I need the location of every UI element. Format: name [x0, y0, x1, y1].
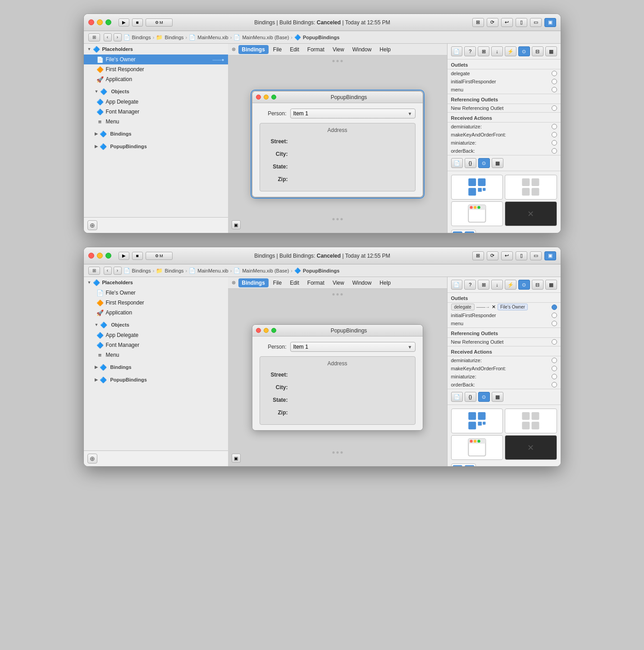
minimize-button-1[interactable] [97, 19, 103, 25]
menu-window-2[interactable]: Window [349, 278, 375, 287]
rt-arrow-btn-1[interactable]: ↓ [491, 46, 503, 56]
thumb-bluetiles-2[interactable] [451, 409, 503, 433]
rt-panel-btn-1[interactable]: ▦ [545, 46, 557, 56]
thumb-windowframe-1[interactable] [451, 201, 503, 226]
menu-bindings-2[interactable]: Bindings [238, 278, 269, 287]
popupbindings-section-header-1[interactable]: ▶ 🔷 PopupBindings [84, 141, 228, 152]
breadcrumb-item-3[interactable]: 📄 MainMenu.xib [189, 34, 228, 41]
thumb-dark-2[interactable]: ✕ [505, 435, 557, 460]
breadcrumb-item-4[interactable]: 📄 MainMenu.xib (Base) [233, 34, 289, 41]
canvas-toggle-btn-1[interactable]: ▣ [232, 220, 241, 229]
filesowner-item-2[interactable]: 📄 File's Owner [84, 288, 228, 298]
rt-braces-btn-1[interactable]: {} [465, 158, 476, 168]
rt-doc2-btn-1[interactable]: 📄 [451, 158, 463, 168]
add-sidebar-btn-2[interactable]: ⊕ [87, 454, 97, 464]
play-button-2[interactable]: ▶ [119, 252, 129, 260]
thumb-graytiles-1[interactable] [505, 175, 557, 200]
grid-view-btn-2[interactable]: ⊞ [88, 267, 100, 275]
delegate-x-btn-2[interactable]: ✕ [492, 304, 496, 310]
breadcrumb-item-2-1[interactable]: 📄 Bindings [123, 268, 151, 274]
scheme-button-2[interactable]: ⚙ M [146, 252, 173, 260]
popup-select-2[interactable]: Item 1 ▼ [290, 342, 416, 352]
outlet-dot-newref-2[interactable] [552, 339, 557, 345]
menu-window-1[interactable]: Window [349, 45, 375, 54]
dot-makekeyorder-1[interactable] [552, 132, 557, 137]
menu-edit-1[interactable]: Edit [286, 45, 303, 54]
popup-select-1[interactable]: Item 1 ▼ [290, 109, 416, 118]
rt-arrow-btn-2[interactable]: ↓ [491, 280, 503, 290]
rt-circle2-btn-2[interactable]: ⊙ [478, 392, 490, 402]
menu-bindings-1[interactable]: Bindings [238, 45, 269, 54]
breadcrumb-item-2-4[interactable]: 📄 MainMenu.xib (Base) [233, 268, 289, 274]
rt-circle-btn-1[interactable]: ⊙ [518, 46, 530, 56]
editor-grid-btn-2[interactable]: ⊞ [472, 251, 484, 260]
outlet-dot-delegate-connected-2[interactable] [552, 305, 557, 310]
menu-help-1[interactable]: Help [376, 45, 394, 54]
menu-edit-2[interactable]: Edit [286, 278, 303, 287]
popup-minimize-2[interactable] [264, 328, 269, 333]
debug-btn-1[interactable]: ⟳ [487, 18, 498, 27]
bindings-section-header-1[interactable]: ▶ 🔷 Bindings [84, 128, 228, 139]
dot-deminiaturize-1[interactable] [552, 124, 557, 129]
rt-circle2-btn-1[interactable]: ⊙ [478, 158, 490, 168]
layout-btn2-2[interactable]: ▭ [530, 251, 542, 260]
canvas-toggle-btn-2[interactable]: ▣ [232, 454, 241, 463]
thumb-bluetiles-1[interactable] [451, 175, 503, 200]
application-item-1[interactable]: 🚀 Application [84, 74, 228, 84]
layout-btn-2[interactable]: ▯ [516, 251, 527, 260]
breadcrumb-item-1[interactable]: 📄 Bindings [123, 34, 151, 41]
rt-panel2-btn-2[interactable]: ▦ [492, 392, 503, 402]
menu-help-2[interactable]: Help [376, 278, 394, 287]
popup-maximize-2[interactable] [271, 328, 276, 333]
rt-doc-btn-1[interactable]: 📄 [451, 46, 463, 56]
dot-deminiaturize-2[interactable] [552, 358, 557, 363]
back-nav-btn-2[interactable]: ‹ [104, 267, 112, 275]
rt-grid-btn-1[interactable]: ⊞ [478, 46, 489, 56]
breadcrumb-item-2-5[interactable]: 🔷 PopupBindings [294, 268, 339, 274]
maximize-button-1[interactable] [105, 19, 111, 25]
rt-plug-btn-1[interactable]: ⚡ [505, 46, 516, 56]
debug-btn-2[interactable]: ⟳ [487, 251, 498, 260]
rt-view-btn-1[interactable]: ⊟ [532, 46, 544, 56]
layout-btn3-1[interactable]: ▣ [544, 18, 556, 27]
rt-question-btn-1[interactable]: ? [464, 46, 476, 56]
objects-section-header-1[interactable]: ▼ 🔷 Objects [84, 86, 228, 97]
stop-button-2[interactable]: ■ [132, 252, 143, 260]
fontmanager-item-1[interactable]: 🔷 Font Manager [84, 107, 228, 117]
rt-doc-btn-2[interactable]: 📄 [451, 280, 463, 290]
breadcrumb-item-2-2[interactable]: 📁 Bindings [156, 268, 183, 274]
menu-format-1[interactable]: Format [304, 45, 328, 54]
rt-panel2-btn-1[interactable]: ▦ [492, 158, 503, 168]
layout-btn2-1[interactable]: ▭ [530, 18, 542, 27]
rt-plug-btn-2[interactable]: ⚡ [505, 280, 516, 290]
placeholders-section-header-1[interactable]: ▼ 🔷 Placeholders [84, 44, 228, 55]
dot-orderback-2[interactable] [552, 382, 557, 387]
firstresponder-item-1[interactable]: 🔶 First Responder [84, 64, 228, 74]
layout-btn3-2[interactable]: ▣ [544, 251, 556, 260]
dot-miniaturize-1[interactable] [552, 140, 557, 145]
menu-file-2[interactable]: File [269, 278, 285, 287]
popup-close-1[interactable] [256, 95, 261, 100]
thumb-sm-bluetiles-2[interactable] [451, 464, 476, 466]
rt-view-btn-2[interactable]: ⊟ [532, 280, 544, 290]
outlet-dot-menu-1[interactable] [552, 87, 557, 92]
play-button-1[interactable]: ▶ [119, 18, 129, 27]
fontmanager-item-2[interactable]: 🔷 Font Manager [84, 340, 228, 350]
objects-section-header-2[interactable]: ▼ 🔷 Objects [84, 319, 228, 330]
popup-maximize-1[interactable] [271, 95, 276, 100]
thumb-windowframe-2[interactable] [451, 435, 503, 460]
back-nav-btn-1[interactable]: ‹ [104, 33, 112, 41]
minimize-button-2[interactable] [97, 253, 103, 259]
menu-view-1[interactable]: View [329, 45, 348, 54]
rt-panel-btn-2[interactable]: ▦ [545, 280, 557, 290]
rt-question-btn-2[interactable]: ? [464, 280, 476, 290]
placeholders-section-header-2[interactable]: ▼ 🔷 Placeholders [84, 277, 228, 288]
rt-braces-btn-2[interactable]: {} [465, 392, 476, 402]
rt-grid-btn-2[interactable]: ⊞ [478, 280, 489, 290]
firstresponder-item-2[interactable]: 🔶 First Responder [84, 298, 228, 308]
appdelegate-item-2[interactable]: 🔷 App Delegate [84, 330, 228, 340]
layout-btn-1[interactable]: ▯ [516, 18, 527, 27]
dot-orderback-1[interactable] [552, 148, 557, 154]
thumb-graytiles-2[interactable] [505, 409, 557, 433]
forward-nav-btn-2[interactable]: › [114, 267, 122, 275]
